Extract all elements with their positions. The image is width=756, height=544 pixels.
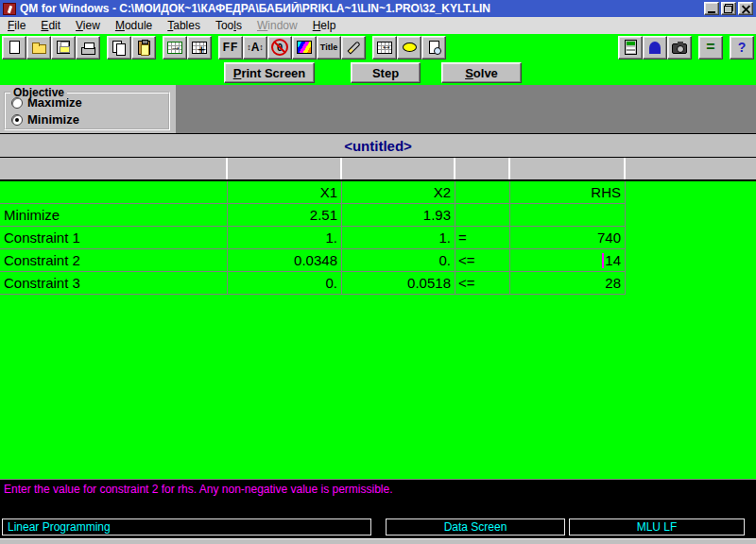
cell-corner[interactable] [0,181,228,203]
insert-row-button[interactable] [163,36,187,60]
cell-x2[interactable]: 1.93 [342,204,455,226]
radio-maximize-icon [11,97,23,109]
zeros-button[interactable]: 0 [267,36,292,60]
column-label-row: X1 X2 RHS [0,181,626,204]
row-label[interactable]: Constraint 2 [0,249,228,271]
menu-tools[interactable]: Tools [208,18,249,33]
cell-sign[interactable]: <= [455,272,510,294]
message-bar: Enter the value for constraint 2 for rhs… [0,479,756,516]
print-button[interactable] [76,36,100,60]
row-label[interactable]: Minimize [0,204,228,226]
minimize-icon [708,11,715,13]
menu-window: Window [249,18,305,33]
cell-x2[interactable]: 0.0518 [342,272,455,294]
save-button[interactable] [51,36,76,60]
column-header-x2[interactable]: X2 [342,181,455,203]
menu-file[interactable]: File [0,18,33,33]
help-icon: ? [738,40,747,55]
minimize-button[interactable] [704,2,719,15]
cell-x1[interactable]: 2.51 [228,204,342,226]
cell-rhs[interactable]: 28 [510,272,626,294]
menu-module[interactable]: Module [108,18,160,33]
column-width-button[interactable] [372,36,397,60]
calculator-icon [625,40,637,55]
action-row: Print Screen Step Solve [0,60,756,85]
table-row: Constraint 2 0.0348 0. <= 14 [0,249,626,272]
autofit-icon: A [247,41,264,54]
row-label[interactable]: Constraint 3 [0,272,228,294]
sheet-title-bar: <untitled> [0,133,756,158]
menubar: File Edit View Module Tables Tools Windo… [0,17,756,34]
new-file-button[interactable] [2,36,26,60]
screenshot-button[interactable] [667,36,692,60]
copy-button[interactable] [107,36,131,60]
cell-rhs[interactable]: 740 [510,227,626,248]
font-button[interactable]: FF [218,36,243,60]
statusbar: Linear Programming Data Screen MLU LF [0,516,756,538]
column-width-icon [377,42,392,54]
radio-minimize-icon [11,114,23,126]
status-screen: Data Screen [386,518,565,536]
toolbar: FF A 0 Title = ? [0,34,756,60]
solve-button[interactable]: Solve [441,62,522,83]
header-cell [0,158,228,179]
cell-x1[interactable]: 0.0348 [228,249,342,271]
restore-button[interactable] [721,2,736,15]
cell-rhs[interactable] [510,204,626,226]
column-header-x1[interactable]: X1 [228,181,342,203]
help-button[interactable]: ? [730,36,754,60]
status-module: Linear Programming [2,518,371,536]
app-icon[interactable] [3,3,16,15]
table-row: Constraint 3 0. 0.0518 <= 28 [0,272,626,295]
distribution-button[interactable] [643,36,667,60]
open-file-button[interactable] [26,36,51,60]
autofit-button[interactable]: A [243,36,267,60]
colors-button[interactable] [292,36,317,60]
normal-curve-icon [646,42,663,54]
objective-groupbox: Objective Maximize Minimize [4,92,170,130]
menu-help[interactable]: Help [305,18,344,33]
status-message: Enter the value for constraint 2 for rhs… [4,483,393,496]
equals-button[interactable]: = [698,36,723,60]
print-preview-button[interactable] [421,36,446,60]
cell-x1[interactable]: 0. [228,272,342,294]
cell-value: 14 [605,252,621,268]
column-header-rhs[interactable]: RHS [510,181,626,203]
cell-sign[interactable]: = [455,227,510,248]
data-table: X1 X2 RHS Minimize 2.51 1.93 Constraint … [0,181,626,295]
header-cell [342,158,455,179]
print-preview-icon [429,41,439,54]
menu-tables[interactable]: Tables [160,18,208,33]
menu-edit[interactable]: Edit [33,18,68,33]
add-row-button[interactable] [187,36,212,60]
camera-icon [672,43,687,54]
header-cell [455,158,510,179]
step-button[interactable]: Step [351,62,421,83]
column-header-sign[interactable] [455,181,510,203]
cell-sign[interactable] [455,204,510,226]
paste-button[interactable] [131,36,156,60]
print-screen-button[interactable]: Print Screen [224,62,315,83]
cell-x2[interactable]: 0. [342,249,455,271]
printer-icon [81,47,95,55]
options-panel-row: Objective Maximize Minimize [0,85,756,133]
new-file-icon [9,41,20,54]
cell-x1[interactable]: 1. [228,227,342,248]
font-icon: FF [223,41,239,54]
objective-panel: Objective Maximize Minimize [0,85,176,133]
title-button[interactable]: Title [317,36,341,60]
row-label[interactable]: Constraint 1 [0,227,228,248]
annotation-button[interactable] [341,36,366,60]
comment-button[interactable] [397,36,421,60]
menu-view[interactable]: View [68,18,108,33]
window-controls [704,2,753,15]
cell-sign[interactable]: <= [455,249,510,271]
paste-icon [138,41,150,55]
cell-x2[interactable]: 1. [342,227,455,248]
table-row: Minimize 2.51 1.93 [0,204,626,227]
insert-table-icon [167,42,182,54]
close-button[interactable] [738,2,753,15]
radio-minimize[interactable]: Minimize [11,112,168,127]
cell-rhs-editing[interactable]: 14 [510,249,626,271]
calculator-button[interactable] [618,36,643,60]
